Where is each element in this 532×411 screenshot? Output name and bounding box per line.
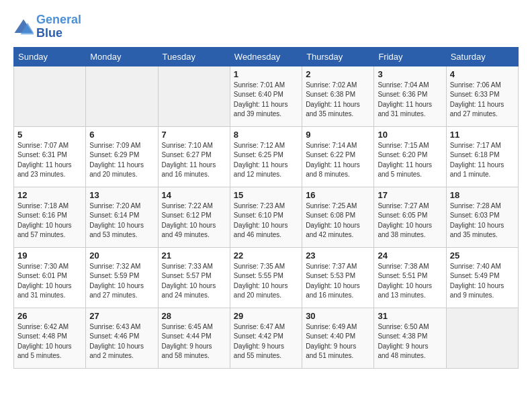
calendar-cell: 19Sunrise: 7:30 AM Sunset: 6:01 PM Dayli… <box>14 247 86 308</box>
day-number: 24 <box>378 250 442 261</box>
cell-content: Sunrise: 7:33 AM Sunset: 5:57 PM Dayligh… <box>162 262 226 301</box>
calendar-cell: 25Sunrise: 7:40 AM Sunset: 5:49 PM Dayli… <box>446 247 518 308</box>
page-header: General Blue <box>13 13 519 40</box>
cell-content: Sunrise: 7:10 AM Sunset: 6:27 PM Dayligh… <box>162 141 226 180</box>
calendar-cell: 11Sunrise: 7:17 AM Sunset: 6:18 PM Dayli… <box>446 126 518 187</box>
day-number: 21 <box>162 250 226 261</box>
logo-text: General Blue <box>36 13 81 40</box>
cell-content: Sunrise: 7:35 AM Sunset: 5:55 PM Dayligh… <box>234 262 298 301</box>
weekday-header-sunday: Sunday <box>14 47 86 66</box>
cell-content: Sunrise: 7:12 AM Sunset: 6:25 PM Dayligh… <box>234 141 298 180</box>
calendar-cell <box>86 66 158 126</box>
cell-content: Sunrise: 7:02 AM Sunset: 6:38 PM Dayligh… <box>306 81 370 120</box>
day-number: 19 <box>17 250 82 261</box>
weekday-header-monday: Monday <box>86 47 158 66</box>
cell-content: Sunrise: 6:45 AM Sunset: 4:44 PM Dayligh… <box>162 322 226 361</box>
day-number: 31 <box>378 311 442 321</box>
calendar-cell: 14Sunrise: 7:22 AM Sunset: 6:12 PM Dayli… <box>158 187 230 247</box>
day-number: 3 <box>378 69 442 79</box>
weekday-header-wednesday: Wednesday <box>230 47 302 66</box>
calendar-cell: 23Sunrise: 7:37 AM Sunset: 5:53 PM Dayli… <box>302 247 374 308</box>
calendar-week-row: 5Sunrise: 7:07 AM Sunset: 6:31 PM Daylig… <box>14 126 519 187</box>
cell-content: Sunrise: 7:20 AM Sunset: 6:14 PM Dayligh… <box>89 201 154 240</box>
day-number: 25 <box>450 250 515 261</box>
calendar-cell: 27Sunrise: 6:43 AM Sunset: 4:46 PM Dayli… <box>86 308 158 368</box>
calendar-cell: 5Sunrise: 7:07 AM Sunset: 6:31 PM Daylig… <box>14 126 86 187</box>
calendar-cell: 10Sunrise: 7:15 AM Sunset: 6:20 PM Dayli… <box>374 126 446 187</box>
day-number: 12 <box>17 190 82 200</box>
calendar-cell: 17Sunrise: 7:27 AM Sunset: 6:05 PM Dayli… <box>374 187 446 247</box>
calendar-cell: 28Sunrise: 6:45 AM Sunset: 4:44 PM Dayli… <box>158 308 230 368</box>
day-number: 26 <box>17 311 82 321</box>
day-number: 6 <box>89 130 154 140</box>
calendar-week-row: 1Sunrise: 7:01 AM Sunset: 6:40 PM Daylig… <box>14 66 519 126</box>
day-number: 4 <box>450 69 515 79</box>
cell-content: Sunrise: 6:50 AM Sunset: 4:38 PM Dayligh… <box>378 322 442 361</box>
cell-content: Sunrise: 7:23 AM Sunset: 6:10 PM Dayligh… <box>234 201 298 240</box>
cell-content: Sunrise: 6:42 AM Sunset: 4:48 PM Dayligh… <box>17 322 82 361</box>
day-number: 18 <box>450 190 515 200</box>
weekday-header-saturday: Saturday <box>446 47 518 66</box>
cell-content: Sunrise: 7:06 AM Sunset: 6:33 PM Dayligh… <box>450 81 515 120</box>
cell-content: Sunrise: 7:38 AM Sunset: 5:51 PM Dayligh… <box>378 262 442 301</box>
day-number: 20 <box>89 250 154 261</box>
cell-content: Sunrise: 7:04 AM Sunset: 6:36 PM Dayligh… <box>378 81 442 120</box>
calendar-week-row: 12Sunrise: 7:18 AM Sunset: 6:16 PM Dayli… <box>14 187 519 247</box>
cell-content: Sunrise: 7:09 AM Sunset: 6:29 PM Dayligh… <box>89 141 154 180</box>
day-number: 8 <box>234 130 298 140</box>
calendar-cell: 9Sunrise: 7:14 AM Sunset: 6:22 PM Daylig… <box>302 126 374 187</box>
cell-content: Sunrise: 7:07 AM Sunset: 6:31 PM Dayligh… <box>17 141 82 180</box>
calendar-cell: 18Sunrise: 7:28 AM Sunset: 6:03 PM Dayli… <box>446 187 518 247</box>
day-number: 10 <box>378 130 442 140</box>
weekday-header-tuesday: Tuesday <box>158 47 230 66</box>
day-number: 2 <box>306 69 370 79</box>
calendar-cell: 24Sunrise: 7:38 AM Sunset: 5:51 PM Dayli… <box>374 247 446 308</box>
day-number: 27 <box>89 311 154 321</box>
cell-content: Sunrise: 7:37 AM Sunset: 5:53 PM Dayligh… <box>306 262 370 301</box>
cell-content: Sunrise: 7:28 AM Sunset: 6:03 PM Dayligh… <box>450 201 515 240</box>
cell-content: Sunrise: 7:17 AM Sunset: 6:18 PM Dayligh… <box>450 141 515 180</box>
day-number: 5 <box>17 130 82 140</box>
calendar-cell: 15Sunrise: 7:23 AM Sunset: 6:10 PM Dayli… <box>230 187 302 247</box>
day-number: 7 <box>162 130 226 140</box>
logo-icon <box>13 17 34 37</box>
calendar-cell: 6Sunrise: 7:09 AM Sunset: 6:29 PM Daylig… <box>86 126 158 187</box>
calendar-cell: 2Sunrise: 7:02 AM Sunset: 6:38 PM Daylig… <box>302 66 374 126</box>
cell-content: Sunrise: 6:49 AM Sunset: 4:40 PM Dayligh… <box>306 322 370 361</box>
calendar-cell <box>14 66 86 126</box>
calendar-cell: 30Sunrise: 6:49 AM Sunset: 4:40 PM Dayli… <box>302 308 374 368</box>
weekday-header-row: SundayMondayTuesdayWednesdayThursdayFrid… <box>14 47 519 66</box>
cell-content: Sunrise: 7:32 AM Sunset: 5:59 PM Dayligh… <box>89 262 154 301</box>
weekday-header-thursday: Thursday <box>302 47 374 66</box>
day-number: 1 <box>234 69 298 79</box>
logo: General Blue <box>13 13 81 40</box>
calendar-week-row: 26Sunrise: 6:42 AM Sunset: 4:48 PM Dayli… <box>14 308 519 368</box>
cell-content: Sunrise: 7:15 AM Sunset: 6:20 PM Dayligh… <box>378 141 442 180</box>
cell-content: Sunrise: 7:14 AM Sunset: 6:22 PM Dayligh… <box>306 141 370 180</box>
day-number: 17 <box>378 190 442 200</box>
day-number: 13 <box>89 190 154 200</box>
day-number: 9 <box>306 130 370 140</box>
day-number: 28 <box>162 311 226 321</box>
calendar-cell: 21Sunrise: 7:33 AM Sunset: 5:57 PM Dayli… <box>158 247 230 308</box>
cell-content: Sunrise: 7:40 AM Sunset: 5:49 PM Dayligh… <box>450 262 515 301</box>
calendar-cell: 3Sunrise: 7:04 AM Sunset: 6:36 PM Daylig… <box>374 66 446 126</box>
calendar-cell: 26Sunrise: 6:42 AM Sunset: 4:48 PM Dayli… <box>14 308 86 368</box>
day-number: 16 <box>306 190 370 200</box>
cell-content: Sunrise: 7:25 AM Sunset: 6:08 PM Dayligh… <box>306 201 370 240</box>
weekday-header-friday: Friday <box>374 47 446 66</box>
calendar-cell <box>446 308 518 368</box>
calendar-cell: 13Sunrise: 7:20 AM Sunset: 6:14 PM Dayli… <box>86 187 158 247</box>
calendar-cell: 7Sunrise: 7:10 AM Sunset: 6:27 PM Daylig… <box>158 126 230 187</box>
day-number: 30 <box>306 311 370 321</box>
calendar-cell: 8Sunrise: 7:12 AM Sunset: 6:25 PM Daylig… <box>230 126 302 187</box>
calendar-cell: 16Sunrise: 7:25 AM Sunset: 6:08 PM Dayli… <box>302 187 374 247</box>
cell-content: Sunrise: 7:01 AM Sunset: 6:40 PM Dayligh… <box>234 81 298 120</box>
cell-content: Sunrise: 7:27 AM Sunset: 6:05 PM Dayligh… <box>378 201 442 240</box>
day-number: 11 <box>450 130 515 140</box>
day-number: 14 <box>162 190 226 200</box>
day-number: 15 <box>234 190 298 200</box>
cell-content: Sunrise: 6:43 AM Sunset: 4:46 PM Dayligh… <box>89 322 154 361</box>
calendar-cell: 20Sunrise: 7:32 AM Sunset: 5:59 PM Dayli… <box>86 247 158 308</box>
cell-content: Sunrise: 7:22 AM Sunset: 6:12 PM Dayligh… <box>162 201 226 240</box>
